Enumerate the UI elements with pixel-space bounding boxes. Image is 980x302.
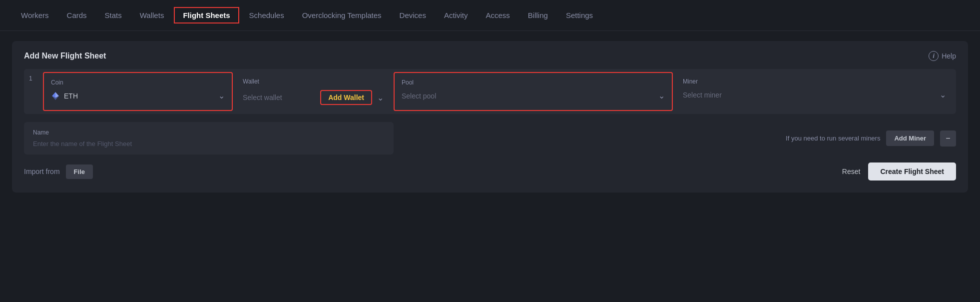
create-flight-sheet-button[interactable]: Create Flight Sheet — [868, 162, 956, 180]
help-button[interactable]: i Help — [929, 51, 956, 61]
add-flight-sheet-panel: Add New Flight Sheet i Help 1 Coin — [12, 41, 968, 192]
wallet-column: Wallet Select wallet Add Wallet ⌄ — [236, 72, 391, 111]
name-label: Name — [33, 129, 385, 136]
nav-item-wallets[interactable]: Wallets — [131, 0, 173, 31]
wallet-placeholder[interactable]: Select wallet — [243, 94, 315, 102]
pool-chevron-icon: ⌄ — [658, 91, 665, 100]
wallet-row-inner: Select wallet Add Wallet ⌄ — [243, 90, 384, 105]
add-wallet-button[interactable]: Add Wallet — [320, 90, 372, 105]
nav-item-cards[interactable]: Cards — [58, 0, 96, 31]
reset-button[interactable]: Reset — [842, 168, 861, 176]
nav-item-schedules[interactable]: Schedules — [240, 0, 293, 31]
nav-item-workers[interactable]: Workers — [12, 0, 58, 31]
main-content: Add New Flight Sheet i Help 1 Coin — [0, 31, 980, 202]
row-number: 1 — [24, 69, 40, 114]
remove-miner-button[interactable]: − — [940, 130, 956, 146]
import-label: Import from — [24, 168, 60, 176]
nav-item-stats[interactable]: Stats — [96, 0, 131, 31]
add-miner-text: If you need to run several miners — [786, 134, 880, 142]
info-icon: i — [929, 51, 939, 61]
action-buttons: Reset Create Flight Sheet — [842, 162, 956, 180]
panel-title: Add New Flight Sheet — [24, 52, 106, 60]
help-label: Help — [942, 52, 956, 60]
coin-value[interactable]: ETH ⌄ — [51, 91, 225, 100]
miner-chevron-icon: ⌄ — [940, 90, 946, 100]
bottom-bar: Import from File Reset Create Flight She… — [24, 162, 956, 180]
flight-sheet-row: 1 Coin ETH ⌄ — [24, 69, 956, 114]
wallet-chevron-icon: ⌄ — [377, 93, 384, 102]
top-navigation: Workers Cards Stats Wallets Flight Sheet… — [0, 0, 980, 31]
name-field[interactable]: Name Enter the name of the Flight Sheet — [24, 122, 394, 154]
svg-marker-3 — [55, 92, 59, 98]
miner-value[interactable]: Select miner ⌄ — [683, 90, 946, 100]
wallet-label: Wallet — [243, 78, 384, 85]
import-section: Import from File — [24, 164, 93, 179]
name-section: Name Enter the name of the Flight Sheet … — [24, 122, 956, 154]
pool-placeholder[interactable]: Select pool — [402, 92, 658, 100]
name-input[interactable]: Enter the name of the Flight Sheet — [33, 140, 385, 148]
miner-label: Miner — [683, 78, 946, 85]
miner-placeholder[interactable]: Select miner — [683, 91, 940, 99]
miner-column[interactable]: Miner Select miner ⌄ — [676, 72, 953, 111]
nav-item-activity[interactable]: Activity — [435, 0, 477, 31]
nav-item-flight-sheets[interactable]: Flight Sheets — [174, 7, 239, 24]
nav-item-billing[interactable]: Billing — [519, 0, 557, 31]
coin-chevron-icon: ⌄ — [218, 91, 225, 100]
nav-item-devices[interactable]: Devices — [391, 0, 435, 31]
file-button[interactable]: File — [66, 164, 93, 179]
eth-icon — [51, 92, 60, 100]
panel-header: Add New Flight Sheet i Help — [24, 51, 956, 61]
svg-marker-2 — [52, 92, 55, 98]
nav-item-settings[interactable]: Settings — [557, 0, 602, 31]
eth-label: ETH — [64, 92, 78, 100]
add-miner-section: If you need to run several miners Add Mi… — [402, 122, 956, 154]
nav-item-access[interactable]: Access — [477, 0, 518, 31]
add-miner-button[interactable]: Add Miner — [886, 130, 934, 146]
pool-column[interactable]: Pool Select pool ⌄ — [394, 72, 673, 111]
pool-label: Pool — [402, 79, 665, 86]
coin-label: Coin — [51, 79, 225, 86]
coin-column[interactable]: Coin ETH ⌄ — [43, 72, 233, 111]
nav-item-overclocking-templates[interactable]: Overclocking Templates — [293, 0, 391, 31]
eth-selector[interactable]: ETH — [51, 92, 78, 100]
pool-value[interactable]: Select pool ⌄ — [402, 91, 665, 100]
